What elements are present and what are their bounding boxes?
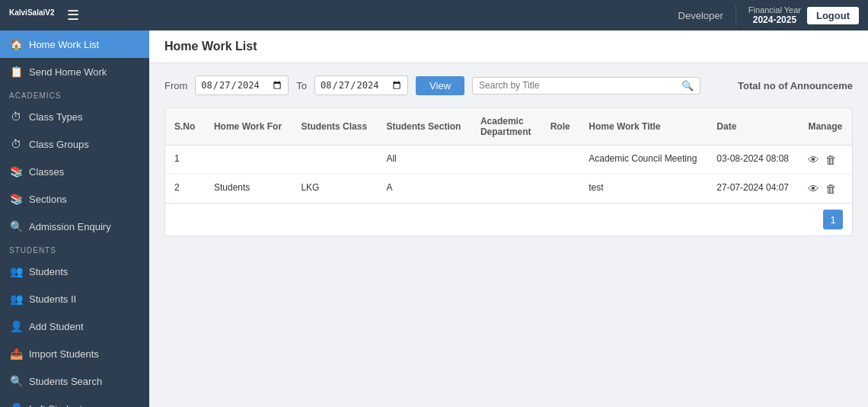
hamburger-icon[interactable]: ☰	[67, 7, 79, 24]
sidebar-item-sections[interactable]: 📚 Sections	[0, 185, 149, 213]
sidebar-item-home-work-list[interactable]: 🏠 Home Work List	[0, 30, 149, 58]
left-students-icon: 👤	[9, 402, 23, 407]
classes-icon: 📚	[9, 165, 23, 178]
navbar: KalviSalaiV2 ☰ Developer Financial Year …	[0, 0, 868, 30]
sidebar-item-label: Admission Enquiry	[29, 221, 111, 232]
cell-date: 27-07-2024 04:07	[707, 175, 799, 204]
cell-academic-department	[471, 146, 541, 175]
col-students-section: Students Section	[377, 108, 471, 146]
to-date-input[interactable]	[314, 75, 408, 95]
col-academic-department: AcademicDepartment	[471, 108, 541, 146]
col-sno: S.No	[165, 108, 205, 146]
sidebar-item-label: Sections	[29, 194, 67, 205]
search-input[interactable]	[479, 80, 677, 91]
cell-date: 03-08-2024 08:08	[707, 146, 799, 175]
view-button[interactable]: View	[416, 76, 464, 95]
sidebar-item-label: Students Search	[29, 376, 102, 387]
col-students-class: Students Class	[292, 108, 377, 146]
navbar-left: KalviSalaiV2 ☰	[9, 7, 79, 24]
sidebar: 🏠 Home Work List 📋 Send Home Work ACADEM…	[0, 30, 149, 407]
sidebar-item-students[interactable]: 👥 Students	[0, 258, 149, 285]
cell-home-work-title: test	[579, 175, 707, 204]
cell-manage: 👁 🗑	[799, 175, 852, 204]
col-role: Role	[541, 108, 580, 146]
table-header-row: S.No Home Work For Students Class Studen…	[165, 108, 852, 146]
sidebar-item-label: Left Students	[29, 403, 88, 408]
sidebar-item-import-students[interactable]: 📤 Import Students	[0, 340, 149, 367]
action-icons: 👁 🗑	[808, 153, 843, 166]
sidebar-item-label: Class Types	[29, 111, 83, 123]
students-section-label: STUDENTS	[0, 240, 149, 258]
col-date: Date	[707, 108, 799, 146]
cell-role	[541, 175, 580, 204]
sidebar-item-label: Send Home Work	[29, 66, 107, 78]
page-1-button[interactable]: 1	[823, 210, 843, 229]
table-row: 2 Students LKG A test 27-07-2024 04:07 👁	[165, 175, 852, 204]
students-icon: 👥	[9, 265, 23, 277]
class-types-icon: ⏱	[9, 111, 23, 123]
sidebar-item-add-student[interactable]: 👤 Add Student	[0, 312, 149, 340]
navbar-divider	[736, 5, 736, 26]
cell-home-work-for	[205, 146, 292, 175]
view-icon[interactable]: 👁	[808, 153, 819, 166]
sidebar-item-send-home-work[interactable]: 📋 Send Home Work	[0, 58, 149, 85]
sidebar-item-classes[interactable]: 📚 Classes	[0, 158, 149, 185]
add-student-icon: 👤	[9, 320, 23, 332]
logout-button[interactable]: Logout	[807, 7, 859, 24]
academics-section-label: ACADEMICS	[0, 85, 149, 103]
sidebar-item-admission-enquiry[interactable]: 🔍 Admission Enquiry	[0, 213, 149, 240]
col-manage: Manage	[799, 108, 852, 146]
sidebar-item-label: Import Students	[29, 348, 99, 360]
layout: 🏠 Home Work List 📋 Send Home Work ACADEM…	[0, 30, 868, 407]
col-home-work-title: Home Work Title	[579, 108, 707, 146]
cell-academic-department	[471, 175, 541, 204]
sidebar-item-label: Students	[29, 266, 68, 277]
cell-sno: 2	[165, 175, 205, 204]
homework-table: S.No Home Work For Students Class Studen…	[164, 107, 853, 236]
search-box: 🔍	[472, 77, 700, 95]
cell-home-work-for: Students	[205, 175, 292, 204]
cell-students-class: LKG	[292, 175, 377, 204]
sections-icon: 📚	[9, 193, 23, 205]
home-work-list-icon: 🏠	[9, 38, 23, 50]
main-content: Home Work List From To View 🔍 Total no o…	[149, 30, 868, 407]
table-row: 1 All Academic Council Meeting 03-08-202…	[165, 146, 852, 175]
total-announcements-label: Total no of Announceme	[738, 80, 853, 91]
navbar-right: Developer Financial Year 2024-2025 Logou…	[678, 5, 859, 26]
sidebar-item-left-students[interactable]: 👤 Left Students	[0, 395, 149, 407]
cell-students-section: All	[377, 146, 471, 175]
sidebar-item-class-groups[interactable]: ⏱ Class Groups	[0, 130, 149, 158]
sidebar-item-label: Students II	[29, 293, 76, 305]
import-students-icon: 📤	[9, 348, 23, 360]
search-icon: 🔍	[681, 80, 694, 91]
pagination: 1	[165, 203, 852, 236]
send-home-work-icon: 📋	[9, 66, 23, 78]
cell-role	[541, 146, 580, 175]
students-search-icon: 🔍	[9, 375, 23, 387]
students-ii-icon: 👥	[9, 293, 23, 305]
sidebar-item-class-types[interactable]: ⏱ Class Types	[0, 103, 149, 130]
sidebar-item-label: Home Work List	[29, 39, 99, 50]
from-date-input[interactable]	[195, 75, 289, 95]
developer-label: Developer	[678, 10, 723, 21]
cell-students-class	[292, 146, 377, 175]
view-icon[interactable]: 👁	[808, 182, 819, 195]
page-title: Home Work List	[149, 30, 868, 63]
from-label: From	[164, 80, 187, 91]
cell-sno: 1	[165, 146, 205, 175]
brand-name: KalviSalaiV2	[9, 8, 55, 22]
sidebar-item-label: Classes	[29, 166, 64, 178]
cell-manage: 👁 🗑	[799, 146, 852, 175]
financial-year: Financial Year 2024-2025	[748, 5, 801, 25]
main-body: From To View 🔍 Total no of Announceme S.…	[149, 63, 868, 407]
sidebar-item-label: Class Groups	[29, 139, 89, 150]
filter-bar: From To View 🔍 Total no of Announceme	[164, 75, 853, 95]
sidebar-item-students-search[interactable]: 🔍 Students Search	[0, 367, 149, 395]
delete-icon[interactable]: 🗑	[825, 153, 837, 166]
sidebar-item-label: Add Student	[29, 321, 84, 332]
delete-icon[interactable]: 🗑	[825, 182, 837, 195]
class-groups-icon: ⏱	[9, 138, 23, 150]
sidebar-item-students-ii[interactable]: 👥 Students II	[0, 285, 149, 312]
col-home-work-for: Home Work For	[205, 108, 292, 146]
admission-enquiry-icon: 🔍	[9, 220, 23, 232]
